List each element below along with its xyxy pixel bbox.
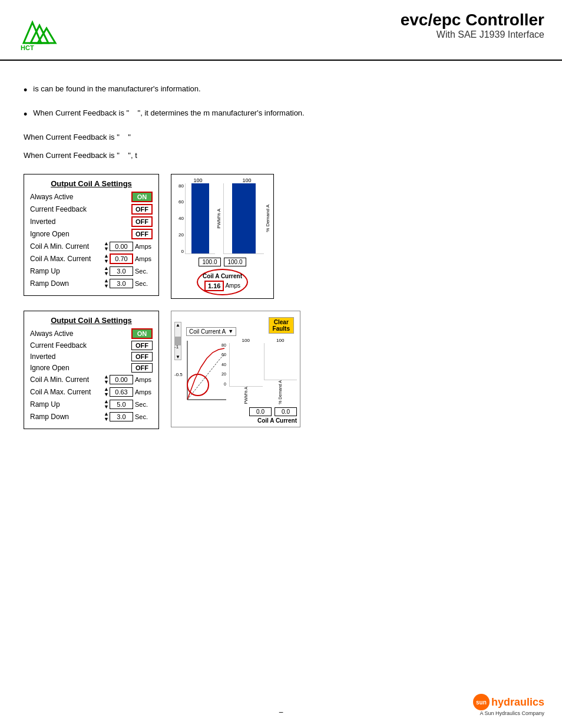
unit-max-current-1: Amps — [135, 255, 153, 262]
page-title: evc/epc Controller — [88, 11, 544, 29]
spinner-min-current-2[interactable]: ▲▼ — [104, 374, 109, 385]
bullet-text-1-content: is can be found in the manufacturer's in… — [33, 84, 200, 93]
spinner-ramp-down-2[interactable]: ▲▼ — [104, 411, 109, 422]
clear-faults-button[interactable]: Clear Faults — [269, 317, 294, 334]
input-min-current-1[interactable]: 0.00 — [110, 242, 133, 251]
y-axis-left-2: 806040200 — [222, 343, 226, 386]
plain-text-1: When Current Feedback is " " — [24, 131, 538, 144]
chart2-value-boxes: 0.0 0.0 — [174, 406, 297, 416]
label-current-feedback-1: Current Feedback — [30, 205, 131, 213]
bar-col-right-2: 100 % Demand A — [264, 338, 297, 404]
label-always-active-1: Always Active — [30, 193, 131, 201]
settings-row-inverted-1: Inverted OFF — [30, 216, 153, 227]
btn-off-current-feedback-2[interactable]: OFF — [131, 341, 153, 350]
bar-top-right-2: 100 — [276, 338, 284, 343]
sun-sub-text: A Sun Hydraulics Company — [480, 710, 544, 716]
input-max-current-2[interactable]: 0.63 — [110, 387, 133, 397]
label-always-active-2: Always Active — [30, 330, 131, 338]
label-inverted-2: Inverted — [30, 353, 131, 361]
spinner-min-current-1[interactable]: ▲▼ — [104, 241, 109, 252]
btn-on-always-active-1[interactable]: ON — [131, 192, 153, 202]
bar-charts-2: 100 806040200 PWM% A 100 — [229, 338, 297, 404]
btn-off-inverted-1[interactable]: OFF — [131, 216, 153, 227]
unit-ramp-down-2: Sec. — [135, 413, 153, 420]
axis-pwm-2: PWM% A — [244, 387, 248, 404]
input-ramp-up-1[interactable]: 3.0 — [110, 266, 133, 276]
settings-row-ramp-up-2: Ramp Up ▲▼ 5.0 Sec. — [30, 399, 153, 410]
hct-logo-icon: HCT Electro-Hydraulic Control Solutions — [18, 11, 77, 52]
chart-val-left-1: 100.0 — [199, 258, 221, 266]
label-ignore-open-2: Ignore Open — [30, 364, 131, 372]
bar-col-left-2: 100 806040200 PWM% A — [229, 338, 263, 404]
logo-area: HCT Electro-Hydraulic Control Solutions — [18, 11, 88, 54]
panels-row-1: Output Coil A Settings Always Active ON … — [24, 174, 538, 299]
settings-panel-2: Output Coil A Settings Always Active ON … — [24, 311, 159, 429]
sun-text: hydraulics — [491, 696, 544, 709]
label-min-current-2: Coil A Min. Current — [30, 375, 104, 384]
bullet-text-1: is can be found in the manufacturer's in… — [33, 83, 200, 95]
settings-title-2: Output Coil A Settings — [30, 316, 153, 325]
settings-row-ramp-up-1: Ramp Up ▲▼ 3.0 Sec. — [30, 266, 153, 276]
header-title-area: evc/epc Controller With SAE J1939 Interf… — [88, 11, 544, 40]
axis-demand-2: % Demand A — [278, 380, 282, 404]
coil-current-label-1: Coil A Current — [203, 273, 242, 279]
settings-row-current-feedback-2: Current Feedback OFF — [30, 341, 153, 350]
input-ramp-down-1[interactable]: 3.0 — [110, 279, 133, 288]
settings-row-ramp-down-2: Ramp Down ▲▼ 3.0 Sec. — [30, 411, 153, 422]
label-ignore-open-1: Ignore Open — [30, 230, 131, 238]
svg-text:HCT: HCT — [21, 44, 34, 51]
main-content: • is can be found in the manufacturer's … — [0, 61, 562, 453]
svg-point-10 — [187, 374, 209, 396]
amps-label-1: Amps — [225, 282, 240, 289]
chart-col-right-1: 100 % Demand A — [223, 177, 270, 254]
coil-selector-2[interactable]: Coil Current A ▼ — [186, 327, 236, 336]
y-axis-left-1: 806040200 — [174, 183, 185, 254]
spinner-ramp-up-1[interactable]: ▲▼ — [104, 266, 109, 276]
spinner-max-current-1[interactable]: ▲▼ — [104, 253, 109, 264]
spinner-ramp-down-1[interactable]: ▲▼ — [104, 278, 109, 289]
settings-row-always-active-2: Always Active ON — [30, 328, 153, 339]
label-max-current-2: Coil A Max. Current — [30, 388, 104, 396]
spinner-max-current-2[interactable]: ▲▼ — [104, 387, 109, 397]
footer: sun hydraulics A Sun Hydraulics Company — [473, 694, 544, 716]
wave-chart-2: -1 -0.5 — [174, 338, 227, 404]
label-max-current-1: Coil A Max. Current — [30, 255, 104, 263]
coil-current-value-1: 1.16 — [204, 281, 224, 291]
bullet-item-1: • is can be found in the manufacturer's … — [24, 83, 538, 97]
settings-row-min-current-1: Coil A Min. Current ▲▼ 0.00 Amps — [30, 241, 153, 252]
label-ramp-down-2: Ramp Down — [30, 413, 104, 421]
spinner-ramp-up-2[interactable]: ▲▼ — [104, 399, 109, 410]
wave-svg-2: -1 -0.5 — [174, 338, 227, 403]
scroll-up-icon[interactable]: ▲ — [176, 322, 180, 328]
btn-off-inverted-2[interactable]: OFF — [131, 352, 153, 361]
settings-row-ignore-open-2: Ignore Open OFF — [30, 363, 153, 373]
chart-col-left-1: 100 806040200 PWM% A — [174, 177, 222, 254]
input-max-current-1[interactable]: 0.70 — [110, 253, 133, 264]
input-min-current-2[interactable]: 0.00 — [110, 375, 133, 384]
settings-row-max-current-1: Coil A Max. Current ▲▼ 0.70 Amps — [30, 253, 153, 264]
input-ramp-down-2[interactable]: 3.0 — [110, 412, 133, 421]
chart2-inner: -1 -0.5 100 — [174, 338, 297, 404]
bullet-text-2: When Current Feedback is " ", it determi… — [33, 107, 304, 119]
btn-off-current-feedback-1[interactable]: OFF — [131, 204, 153, 215]
label-ramp-down-1: Ramp Down — [30, 279, 104, 288]
coil-selector-label-2: Coil Current A — [189, 328, 226, 335]
coil-selector-arrow-2[interactable]: ▼ — [228, 328, 233, 334]
input-ramp-up-2[interactable]: 5.0 — [110, 400, 133, 409]
btn-on-always-active-2[interactable]: ON — [131, 328, 153, 339]
chart-bars-1: 100 806040200 PWM% A 100 — [174, 177, 270, 254]
coil-current-label-2: Coil A Current — [174, 417, 297, 424]
settings-row-inverted-2: Inverted OFF — [30, 352, 153, 361]
bullet-text-2-content: When Current Feedback is " ", it determi… — [33, 108, 304, 117]
settings-row-min-current-2: Coil A Min. Current ▲▼ 0.00 Amps — [30, 374, 153, 385]
chart2-val-right: 0.0 — [275, 407, 297, 416]
btn-off-ignore-open-1[interactable]: OFF — [131, 229, 153, 239]
chart-panel-1: 100 806040200 PWM% A 100 — [171, 174, 274, 299]
settings-panel-1: Output Coil A Settings Always Active ON … — [24, 174, 159, 296]
unit-min-current-1: Amps — [135, 243, 153, 250]
chart-top-left-1: 100 — [193, 177, 202, 183]
unit-ramp-down-1: Sec. — [135, 280, 153, 287]
label-current-feedback-2: Current Feedback — [30, 341, 131, 350]
bullet-item-2: • When Current Feedback is " ", it deter… — [24, 107, 538, 121]
btn-off-ignore-open-2[interactable]: OFF — [131, 363, 153, 373]
